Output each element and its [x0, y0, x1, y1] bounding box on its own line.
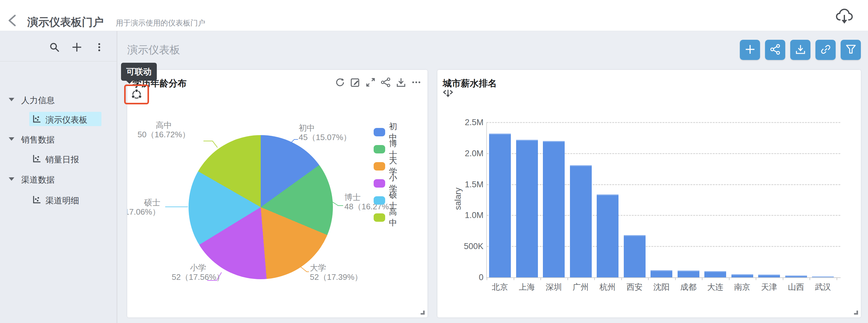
resize-handle[interactable] [421, 311, 425, 315]
more-icon[interactable] [411, 77, 421, 87]
bar-深圳[interactable] [543, 141, 565, 277]
tree-group-label: 销售数据 [21, 134, 55, 145]
x-tick [783, 277, 783, 280]
pie-label-硕士: 硕士 52（17.06%） [127, 198, 160, 216]
x-tick-label: 西安 [621, 282, 648, 293]
bar-天津[interactable] [758, 275, 780, 277]
tree-group-label: 渠道数据 [21, 174, 55, 185]
share-button[interactable] [765, 40, 785, 60]
filter-button[interactable] [841, 40, 861, 60]
pie-label-高中: 高中 50（16.72%） [136, 120, 191, 139]
add-icon[interactable] [72, 42, 82, 52]
gridline [487, 153, 840, 154]
y-tick-label: 2.0M [440, 149, 484, 158]
resize-handle[interactable] [854, 311, 858, 315]
caret-down-icon[interactable] [9, 177, 14, 181]
caret-down-icon[interactable] [9, 98, 14, 101]
x-tick [756, 277, 756, 280]
portal-subtitle: 用于演示使用的仪表板门户 [116, 18, 205, 28]
chart-icon [32, 154, 41, 163]
x-tick-label: 大连 [702, 282, 728, 293]
x-tick [594, 277, 595, 280]
plus-button[interactable] [740, 40, 760, 60]
linkage-icon[interactable] [131, 88, 143, 100]
pie-label-大学: 大学 52（17.39%） [310, 263, 363, 282]
x-tick [809, 277, 810, 280]
x-tick-label: 杭州 [594, 282, 621, 293]
tree-leaf-渠道明细[interactable]: 渠道明细 [0, 190, 117, 210]
x-tick-label: 深圳 [540, 282, 567, 293]
y-tick-label: 500K [440, 242, 484, 251]
bar-西安[interactable] [624, 235, 646, 277]
pie-chart[interactable] [189, 135, 333, 279]
linkage-highlight-box [124, 84, 149, 104]
bar-山西[interactable] [785, 276, 807, 277]
edit-icon[interactable] [350, 77, 360, 87]
bar-上海[interactable] [516, 140, 538, 277]
x-tick-label: 广州 [567, 282, 594, 293]
tree-leaf-销量日报[interactable]: 销量日报 [0, 149, 117, 169]
x-tick [621, 277, 622, 280]
download-button[interactable] [790, 40, 810, 60]
chart-icon [32, 195, 41, 204]
x-tick-label: 上海 [514, 282, 540, 293]
tree-leaf-演示仪表板[interactable]: 演示仪表板 [0, 109, 117, 129]
pie-label-初中: 初中 45（15.07%） [299, 123, 351, 142]
x-tick-label: 沈阳 [648, 282, 675, 293]
gridline [487, 246, 840, 247]
bar-武汉[interactable] [812, 277, 834, 277]
bar-chart-title: 城市薪水排名 [443, 77, 497, 90]
x-axis-line [486, 277, 841, 278]
pie-label-小学: 小学 52（17.56%） [166, 263, 230, 282]
tree-group-1[interactable]: 销售数据 [0, 129, 117, 149]
dashboard-title: 演示仪表板 [127, 43, 180, 57]
x-tick-label: 武汉 [809, 282, 836, 293]
y-axis-title: salary [453, 188, 463, 210]
link-button[interactable] [815, 40, 836, 60]
dashboard-sidebar: 人力信息 演示仪表板 销售数据 销量日报 渠道数据 渠道明细 [0, 31, 117, 323]
link-icon [820, 44, 831, 56]
bar-北京[interactable] [489, 134, 511, 277]
share-icon[interactable] [381, 77, 391, 87]
cloud-download-icon[interactable] [836, 8, 853, 24]
bar-chart-card: 城市薪水排名 2.5M2.0M1.5M1.0M500K0北京上海深圳广州杭州西安… [437, 70, 861, 317]
x-tick-label: 成都 [675, 282, 702, 293]
x-tick-label: 天津 [756, 282, 782, 293]
legend-swatch [374, 196, 385, 205]
tree-group-2[interactable]: 渠道数据 [0, 169, 117, 189]
legend-swatch [374, 128, 385, 136]
tree-group-0[interactable]: 人力信息 [0, 89, 117, 109]
portal-title: 演示仪表板门户 [27, 15, 103, 30]
legend-swatch [374, 162, 385, 171]
download-icon[interactable] [396, 77, 406, 87]
bar-杭州[interactable] [597, 194, 619, 277]
x-tick [514, 277, 514, 280]
bar-大连[interactable] [704, 271, 726, 277]
back-button[interactable] [7, 14, 18, 27]
bar-广州[interactable] [570, 165, 592, 277]
gridline [487, 122, 840, 123]
pie-chart-tools [335, 77, 421, 87]
y-tick-label: 2.5M [440, 118, 484, 127]
legend-item-高中[interactable]: 高中 [374, 207, 401, 228]
more-vertical-icon[interactable] [94, 42, 104, 52]
gridline [487, 215, 840, 216]
x-tick-label: 山西 [783, 282, 809, 293]
pie-chart-card: 学历年龄分布 初中 45（15.07%）高中 50（16.72%）博士 48（1… [127, 70, 428, 317]
share-icon [770, 44, 781, 56]
bar-沈阳[interactable] [651, 270, 672, 277]
bar-南京[interactable] [732, 274, 753, 277]
y-axis-line [486, 122, 487, 277]
download-icon [795, 44, 806, 56]
tree-group-label: 人力信息 [21, 95, 55, 106]
refresh-icon[interactable] [335, 77, 345, 87]
bar-成都[interactable] [678, 271, 700, 277]
search-icon[interactable] [50, 42, 59, 52]
drill-icon[interactable] [443, 88, 453, 98]
x-tick [729, 277, 730, 280]
x-tick [648, 277, 649, 280]
caret-down-icon[interactable] [9, 137, 14, 141]
legend-swatch [374, 179, 385, 188]
x-tick [487, 277, 487, 280]
expand-icon[interactable] [366, 77, 375, 87]
